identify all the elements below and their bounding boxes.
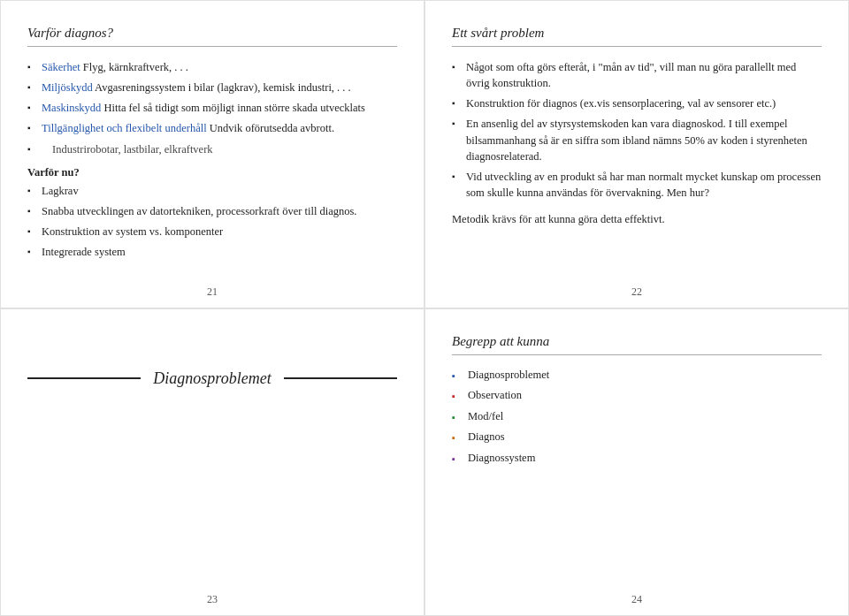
slide-21-title: Varför diagnos? xyxy=(27,26,397,47)
page-grid: Varför diagnos? Säkerhet Flyg, kärnkraft… xyxy=(0,0,849,616)
slide-24-bullet-2: Mod/fel xyxy=(452,409,822,425)
bullet-miljo: Miljöskydd Avgasreningssystem i bilar (l… xyxy=(27,80,397,95)
miljo-label: Miljöskydd xyxy=(42,81,93,94)
ind-item: Industrirobotar, lastbilar, elkraftverk xyxy=(52,143,213,156)
slide-22-number: 22 xyxy=(631,285,642,299)
varfor-nu-bullets: Lagkrav Snabba utvecklingen av datortekn… xyxy=(27,183,397,261)
miljo-rest: Avgasreningssystem i bilar (lagkrav), ke… xyxy=(93,81,351,94)
bullet-integrerade: Integrerade system xyxy=(27,244,397,260)
slide-21-bullets: Säkerhet Flyg, kärnkraftverk, . . . Milj… xyxy=(27,59,397,157)
snabba-text: Snabba utvecklingen av datortekniken, pr… xyxy=(42,205,357,217)
mask-rest: Hitta fel så tidigt som möjligt innan st… xyxy=(101,102,365,114)
bullet-vid: Vid utveckling av en produkt så har man … xyxy=(452,169,822,201)
slide-21: Varför diagnos? Säkerhet Flyg, kärnkraft… xyxy=(0,0,424,308)
slide-24-bullet-0: Diagnosproblemet xyxy=(452,368,822,384)
slide-23: Diagnosproblemet 23 xyxy=(0,308,424,617)
bullet-snabba: Snabba utvecklingen av datortekniken, pr… xyxy=(27,203,397,219)
slide-24-bullet-4: Diagnossystem xyxy=(452,451,822,467)
sakerhet-label: Säkerhet xyxy=(42,61,80,73)
diagnosproblemet-container: Diagnosproblemet xyxy=(27,369,397,388)
metodik-text: Metodik krävs för att kunna göra detta e… xyxy=(452,213,822,226)
bullet-lagkrav: Lagkrav xyxy=(27,183,397,199)
slide-24-title: Begrepp att kunna xyxy=(452,334,822,355)
slide-24-number: 24 xyxy=(631,593,642,606)
slide-21-number: 21 xyxy=(207,285,218,299)
slide-24-bullet-1: Observation xyxy=(452,388,822,404)
lagkrav-text: Lagkrav xyxy=(42,185,79,197)
slide-24: Begrepp att kunna DiagnosproblemetObserv… xyxy=(424,308,849,617)
tillg-rest: Undvik oförutsedda avbrott. xyxy=(207,122,334,134)
slide-24-bullet-3: Diagnos xyxy=(452,430,822,445)
slide-24-bullets: DiagnosproblemetObservationMod/felDiagno… xyxy=(452,368,822,467)
slide-22-title: Ett svårt problem xyxy=(452,26,822,47)
bullet-tillg: Tillgänglighet och flexibelt underhåll U… xyxy=(27,120,397,136)
integrerade-text: Integrerade system xyxy=(42,246,126,258)
bullet-sakerhet: Säkerhet Flyg, kärnkraftverk, . . . xyxy=(27,59,397,75)
line-left xyxy=(27,377,141,379)
vid-text: Vid utveckling av en produkt så har man … xyxy=(466,171,821,199)
mask-label: Maskinskydd xyxy=(42,102,101,114)
ansenlig-text: En ansenlig del av styrsystemskoden kan … xyxy=(466,118,807,162)
konstruktion-diagnos-text: Konstruktion för diagnos (ex.vis sensorp… xyxy=(466,97,776,110)
slide-22: Ett svårt problem Något som ofta görs ef… xyxy=(424,0,849,308)
nagot-text: Något som ofta görs efteråt, i "mån av t… xyxy=(466,61,796,89)
bullet-nagot: Något som ofta görs efteråt, i "mån av t… xyxy=(452,59,822,91)
bullet-mask: Maskinskydd Hitta fel så tidigt som möjl… xyxy=(27,100,397,116)
slide-22-bullets: Något som ofta görs efteråt, i "mån av t… xyxy=(452,59,822,201)
bullet-konstruktion: Konstruktion av system vs. komponenter xyxy=(27,224,397,240)
sakerhet-rest: Flyg, kärnkraftverk, . . . xyxy=(80,61,188,73)
konstruktion-text: Konstruktion av system vs. komponenter xyxy=(42,225,223,238)
line-right xyxy=(284,377,397,379)
slide-23-number: 23 xyxy=(207,593,218,606)
varfor-nu-label: Varför nu? xyxy=(27,166,397,179)
diagnosproblemet-label: Diagnosproblemet xyxy=(141,369,283,388)
bullet-ansenlig: En ansenlig del av styrsystemskoden kan … xyxy=(452,116,822,164)
bullet-konstruktion-diagnos: Konstruktion för diagnos (ex.vis sensorp… xyxy=(452,95,822,111)
bullet-ind: Industrirobotar, lastbilar, elkraftverk xyxy=(27,141,397,157)
tillg-label: Tillgänglighet och flexibelt underhåll xyxy=(42,122,207,134)
